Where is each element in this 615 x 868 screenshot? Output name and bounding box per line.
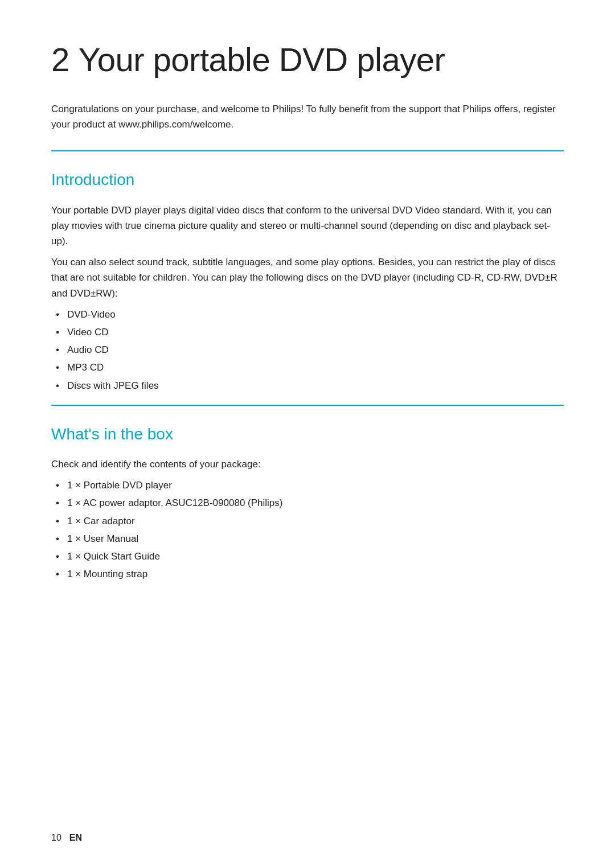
- list-item: 1 × Portable DVD player: [51, 478, 564, 493]
- list-item: 1 × User Manual: [51, 531, 564, 546]
- footer-language: EN: [69, 831, 82, 845]
- footer: 10 EN: [51, 831, 82, 845]
- list-item: 1 × Quick Start Guide: [51, 549, 564, 564]
- list-item: Video CD: [51, 324, 564, 340]
- divider-before-whats-in-box: [51, 405, 564, 406]
- intro-paragraph: Congratulations on your purchase, and we…: [51, 101, 564, 132]
- list-item: Audio CD: [51, 342, 564, 357]
- chapter-title: Your portable DVD player: [79, 41, 445, 78]
- section-heading-introduction: Introduction: [51, 167, 564, 192]
- list-item: Discs with JPEG files: [51, 378, 564, 393]
- list-item: DVD-Video: [51, 307, 564, 322]
- introduction-bullet-list: DVD-Video Video CD Audio CD MP3 CD Discs…: [51, 307, 564, 393]
- page-title: 2Your portable DVD player: [51, 34, 564, 85]
- list-item: 1 × Mounting strap: [51, 566, 564, 582]
- footer-page-number: 10: [51, 831, 62, 845]
- introduction-paragraph-1: Your portable DVD player plays digital v…: [51, 203, 564, 249]
- list-item: 1 × AC power adaptor, ASUC12B-090080 (Ph…: [51, 495, 564, 511]
- whats-in-box-paragraph-1: Check and identify the contents of your …: [51, 456, 564, 472]
- whats-in-box-bullet-list: 1 × Portable DVD player 1 × AC power ada…: [51, 478, 564, 582]
- section-heading-whats-in-box: What's in the box: [51, 422, 564, 446]
- divider-before-introduction: [51, 150, 564, 151]
- list-item: MP3 CD: [51, 360, 564, 375]
- list-item: 1 × Car adaptor: [51, 513, 564, 529]
- chapter-number: 2: [51, 41, 69, 78]
- introduction-paragraph-2: You can also select sound track, subtitl…: [51, 254, 564, 301]
